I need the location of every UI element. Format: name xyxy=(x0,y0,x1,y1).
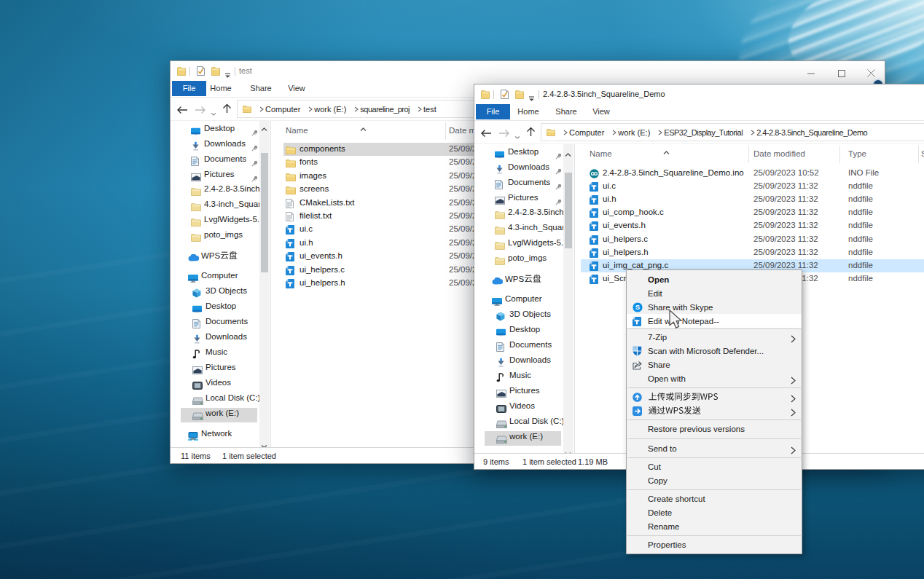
svg-text:S: S xyxy=(635,303,640,311)
